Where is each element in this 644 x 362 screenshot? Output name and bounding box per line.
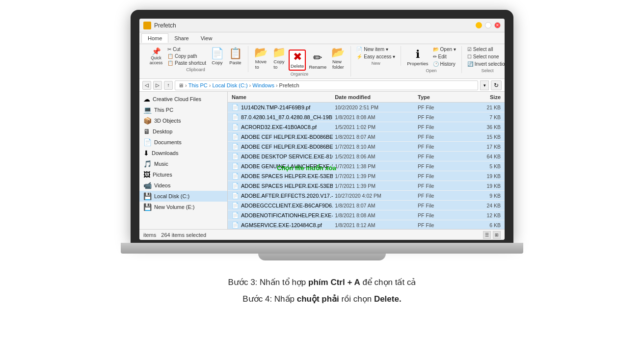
file-type-cell: PF File	[416, 104, 466, 110]
ribbon-copy-path-button[interactable]: 📋 Copy path	[166, 53, 208, 59]
history-label: History	[440, 61, 456, 67]
sidebar-item-3d-objects[interactable]: 📦 3D Objects	[139, 115, 227, 126]
ribbon-copy-button[interactable]: 📄 Copy	[209, 47, 226, 66]
table-row[interactable]: 📄 AGMSERVICE.EXE-120484C8.pf 1/8/2021 8:…	[228, 220, 505, 229]
window-controls: ─ □ ✕	[476, 22, 501, 28]
address-dropdown[interactable]: ▾	[480, 80, 489, 90]
table-row[interactable]: 📄 ADOBE.AFTER.EFFECTS.2020.V17.-27C23...…	[228, 191, 505, 201]
table-row[interactable]: 📄 ACRORD32.EXE-41B0A0C8.pf 1/5/2021 1:02…	[228, 122, 505, 132]
ribbon-select-all-button[interactable]: ☑ Select all	[466, 46, 505, 52]
file-type-cell: PF File	[416, 173, 466, 179]
view-details-button[interactable]: ☰	[483, 231, 491, 239]
address-path[interactable]: 🖥 › This PC › Local Disk (C:) › Windows …	[175, 80, 478, 90]
table-row[interactable]: 📄 ADOBE CEF HELPER.EXE-BD086BE53.pf 1/7/…	[228, 142, 505, 152]
forward-button[interactable]: ▷	[153, 81, 162, 90]
instruction-line2-bold2: Delete.	[374, 294, 402, 304]
file-type-icon: 📄	[232, 202, 239, 209]
view-icons-button[interactable]: ⊞	[493, 231, 501, 239]
edit-icon: ✏	[433, 54, 437, 59]
music-icon: 🎵	[143, 160, 152, 168]
file-size-cell: 15 KB	[466, 134, 505, 140]
table-row[interactable]: 📄 87.0.4280.141_87.0.4280.88_CH-19BF70F6…	[228, 112, 505, 122]
table-row[interactable]: 📄 ADOBENOTIFICATIONHELPER.EXE-FA26D.... …	[228, 210, 505, 220]
sidebar-downloads-label: Downloads	[152, 150, 178, 156]
file-size-cell: 24 KB	[466, 203, 505, 208]
table-row[interactable]: 📄 ADOBE CEF HELPER.EXE-BD086BE4C.pf 1/8/…	[228, 132, 505, 142]
file-type-cell: PF File	[416, 124, 466, 130]
table-row[interactable]: 📄 1U14D2N.TMP-214F69B9.pf 10/2/2020 2:51…	[228, 103, 505, 112]
ribbon-cut-button[interactable]: ✂ Cut	[166, 46, 208, 52]
close-button[interactable]: ✕	[494, 22, 501, 28]
table-row[interactable]: 📄 ADOBE SPACES HELPER.EXE-53EB31DD.pf 1/…	[228, 171, 505, 181]
up-button[interactable]: ↑	[164, 81, 173, 90]
ribbon-new-folder-button[interactable]: 📂 Newfolder	[329, 46, 347, 71]
documents-icon: 📄	[143, 138, 152, 146]
sidebar-item-music[interactable]: 🎵 Music	[139, 158, 227, 169]
edit-label: Edit	[438, 54, 447, 59]
sidebar-item-videos[interactable]: 📹 Videos	[139, 180, 227, 191]
ribbon-invert-selection-button[interactable]: 🔄 Invert selection	[466, 61, 505, 67]
ribbon-copy-to-button[interactable]: 📁 Copyto	[270, 46, 288, 71]
sidebar-item-this-pc[interactable]: 💻 This PC	[139, 104, 227, 115]
ribbon-paste-shortcut-button[interactable]: 📋 Paste shortcut	[166, 60, 208, 66]
table-row[interactable]: 📄 ADOBEGCCCLIENT.EXE-B6CAF9D6.pf 1/8/202…	[228, 201, 505, 210]
addr-this-pc: 🖥	[178, 82, 184, 88]
copy-path-icon: 📋	[167, 53, 173, 59]
tab-share[interactable]: Share	[168, 34, 194, 43]
copy-icon: 📄	[211, 48, 224, 59]
table-row[interactable]: 📄 ADOBE SPACES HELPER.EXE-53EB31DE.pf 1/…	[228, 181, 505, 191]
ribbon-paste-button[interactable]: 📋 Paste	[227, 47, 244, 66]
sidebar-item-desktop[interactable]: 🖥 Desktop	[139, 126, 227, 137]
sidebar-item-new-volume[interactable]: 💾 New Volume (E:)	[139, 202, 227, 212]
open-icon: 📂	[433, 47, 439, 52]
ribbon-select-buttons: ☑ Select all ☐ Select none 🔄 Invert sele…	[466, 46, 505, 67]
col-date-header: Date modified	[333, 94, 416, 100]
tab-home[interactable]: Home	[141, 33, 168, 43]
table-row[interactable]: 📄 ADOBE DESKTOP SERVICE.EXE-8163FB66.pf …	[228, 152, 505, 161]
sidebar-item-creative-cloud[interactable]: ☁ Creative Cloud Files	[139, 94, 227, 104]
quick-access-icon: 📌	[152, 48, 161, 55]
table-row[interactable]: 📄 ADOBE GENUINE LAUNCHER.EXE-142D4.... 1…	[228, 161, 505, 171]
file-name-cell: 📄 ADOBE GENUINE LAUNCHER.EXE-142D4....	[228, 163, 333, 170]
addr-windows[interactable]: Windows	[252, 82, 274, 88]
minimize-button[interactable]: ─	[476, 22, 482, 28]
ribbon-select-none-button[interactable]: ☐ Select none	[466, 53, 505, 60]
ribbon-new-item-button[interactable]: 📄 New item ▾	[355, 46, 397, 52]
file-name-cell: 📄 ADOBENOTIFICATIONHELPER.EXE-FA26D....	[228, 212, 333, 219]
ribbon-quick-access-button[interactable]: 📌 Quickaccess	[147, 47, 165, 66]
videos-icon: 📹	[143, 181, 152, 189]
file-type-cell: PF File	[416, 183, 466, 189]
select-all-icon: ☑	[467, 47, 472, 52]
file-size-cell: 9 KB	[466, 193, 505, 199]
sidebar-item-local-disk[interactable]: 💾 Local Disk (C:)	[139, 191, 227, 202]
select-none-icon: ☐	[467, 54, 472, 59]
file-type-cell: PF File	[416, 144, 466, 150]
col-name-header: Name	[228, 94, 333, 100]
ribbon-move-to-button[interactable]: 📂 Moveto	[252, 46, 269, 71]
sidebar-3d-objects-label: 3D Objects	[154, 118, 181, 124]
ribbon-history-button[interactable]: 🕐 History	[431, 61, 457, 67]
ribbon-easy-access-button[interactable]: ⚡ Easy access ▾	[355, 53, 397, 60]
sidebar-item-pictures[interactable]: 🖼 Pictures	[139, 169, 227, 180]
file-type-icon: 📄	[232, 212, 239, 219]
ribbon-open-button[interactable]: 📂 Open ▾	[431, 46, 457, 52]
file-date-cell: 1/7/2021 1:38 PM	[333, 163, 416, 169]
addr-local-disk[interactable]: Local Disk (C:)	[212, 82, 247, 88]
file-type-icon: 📄	[232, 143, 239, 150]
ribbon-open-group: ℹ Properties 📂 Open ▾ ✏ Edit	[401, 46, 462, 73]
ribbon-rename-button[interactable]: ✏ Rename	[307, 52, 328, 71]
file-rows-container: 📄 1U14D2N.TMP-214F69B9.pf 10/2/2020 2:51…	[228, 103, 505, 229]
sidebar-item-documents[interactable]: 📄 Documents	[139, 137, 227, 148]
addr-this-pc-label[interactable]: This PC	[188, 82, 208, 88]
ribbon-properties-button[interactable]: ℹ Properties	[405, 48, 430, 67]
screen-bezel: Prefetch ─ □ ✕ Home Share View	[131, 10, 513, 243]
maximize-button[interactable]: □	[485, 22, 491, 28]
back-button[interactable]: ◁	[142, 81, 151, 90]
ribbon-edit-button[interactable]: ✏ Edit	[431, 53, 457, 60]
tab-view[interactable]: View	[195, 34, 218, 43]
ribbon-delete-button[interactable]: ✖ Delete	[289, 50, 306, 71]
refresh-button[interactable]: ↻	[491, 80, 502, 90]
file-list[interactable]: Name Date modified Type Size 📄 1U14D2N.T…	[228, 92, 505, 229]
sidebar-item-downloads[interactable]: ⬇ Downloads	[139, 148, 227, 158]
delete-label: Delete	[291, 63, 304, 69]
